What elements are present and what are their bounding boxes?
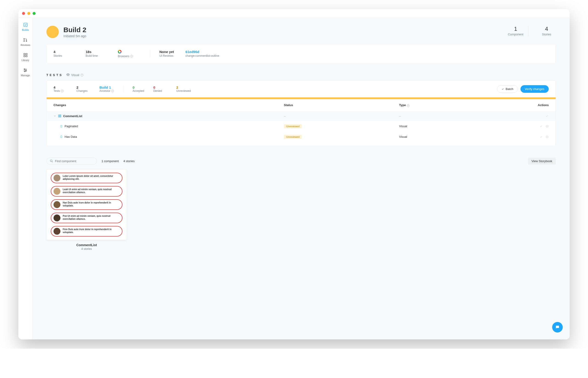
summary-card: 4 Stories 18s Build time Browsers ? None… bbox=[46, 44, 556, 64]
svg-point-25 bbox=[50, 160, 52, 162]
check-icon bbox=[501, 88, 504, 91]
accepted-label: Accepted bbox=[133, 89, 144, 93]
svg-rect-5 bbox=[26, 54, 27, 55]
browsers-label: Browsers ? bbox=[118, 55, 138, 58]
nav-label: Library bbox=[22, 59, 29, 62]
svg-point-13 bbox=[25, 71, 25, 72]
nav-reviews[interactable]: Reviews bbox=[21, 38, 30, 46]
main-content: Build 2 Initiated 5m ago 1 Component 4 S… bbox=[33, 18, 570, 339]
bookmark-icon bbox=[60, 125, 63, 128]
deny-icon[interactable] bbox=[546, 125, 549, 128]
build-status-badge bbox=[46, 26, 59, 38]
list-item: Finn Duis aute irure dolor in reprehende… bbox=[51, 226, 123, 237]
chevron-down-icon[interactable] bbox=[54, 115, 56, 117]
check-icon[interactable] bbox=[546, 114, 549, 118]
help-icon[interactable]: ? bbox=[130, 55, 133, 58]
chrome-icon bbox=[118, 50, 122, 54]
check-square-icon bbox=[23, 23, 28, 27]
col-changes: Changes bbox=[54, 103, 284, 107]
nav-library[interactable]: Library bbox=[22, 53, 29, 62]
app-window: Builds Reviews Library Manage bbox=[18, 9, 570, 339]
actions-cell bbox=[514, 114, 549, 118]
tests-heading: TESTS Visual ? bbox=[46, 73, 556, 77]
denied-label: Denied bbox=[153, 89, 167, 93]
avatar bbox=[54, 215, 60, 221]
component-name: CommentList bbox=[63, 114, 82, 118]
list-item: Leah Ut enim ad minim veniam, quis nostr… bbox=[51, 186, 123, 197]
help-icon[interactable]: ? bbox=[111, 90, 114, 92]
search-icon bbox=[50, 159, 53, 162]
svg-rect-7 bbox=[26, 55, 27, 57]
visual-filter[interactable]: Visual ? bbox=[66, 73, 83, 77]
help-icon[interactable]: ? bbox=[61, 90, 64, 92]
stat-label: Component bbox=[508, 33, 523, 36]
ancestor-link[interactable]: Build 1 bbox=[99, 85, 114, 89]
svg-point-3 bbox=[26, 41, 27, 41]
avatar bbox=[54, 201, 60, 208]
buildtime-label: Build time bbox=[86, 54, 106, 57]
titlebar bbox=[18, 9, 570, 18]
minimize-button[interactable] bbox=[27, 12, 30, 15]
list-item: Han Duis aute irure dolor in reprehender… bbox=[51, 199, 123, 210]
chat-button[interactable] bbox=[552, 322, 563, 333]
component-row[interactable]: CommentList -- -- bbox=[47, 111, 556, 121]
story-name: Has Data bbox=[65, 135, 77, 138]
accept-icon[interactable] bbox=[540, 135, 543, 138]
stories-count-stat: 4 Stories bbox=[537, 26, 556, 36]
status-pill: Unreviewed bbox=[284, 135, 302, 139]
nav-builds[interactable]: Builds bbox=[22, 23, 29, 31]
accepted-count: 0 bbox=[133, 85, 144, 89]
close-button[interactable] bbox=[22, 12, 25, 15]
verify-changes-button[interactable]: Verify changes bbox=[520, 85, 549, 93]
story-name: Paginated bbox=[65, 124, 78, 128]
story-row[interactable]: Has Data Unreviewed Visual bbox=[47, 132, 556, 142]
type-cell: Visual bbox=[399, 124, 515, 128]
stat-value: 4 bbox=[542, 26, 551, 32]
list-item: Poe Ut enim ad minim veniam, quis nostru… bbox=[51, 213, 123, 223]
preview-name: CommentList bbox=[46, 243, 127, 247]
commit-hash[interactable]: 61ed96d bbox=[185, 50, 219, 54]
type-cell: -- bbox=[399, 114, 515, 118]
uireviews-value: None yet bbox=[159, 50, 174, 54]
help-icon[interactable]: ? bbox=[81, 74, 83, 77]
status-pill: Unreviewed bbox=[284, 124, 302, 128]
tests-label: Tests ? bbox=[54, 89, 67, 93]
sliders-icon bbox=[23, 68, 27, 73]
progress-strip bbox=[47, 97, 556, 99]
page-subtitle: Initiated 5m ago bbox=[63, 34, 86, 38]
grid-icon bbox=[23, 53, 28, 58]
tests-heading-text: TESTS bbox=[46, 73, 63, 77]
svg-point-2 bbox=[24, 41, 25, 41]
svg-rect-4 bbox=[24, 54, 25, 55]
svg-rect-6 bbox=[24, 55, 25, 57]
nav-label: Reviews bbox=[21, 44, 30, 46]
avatar bbox=[54, 188, 60, 195]
search-box[interactable] bbox=[46, 158, 97, 165]
deny-icon[interactable] bbox=[546, 135, 549, 138]
component-preview[interactable]: Luke Lorem ipsum dolor sit amet, consect… bbox=[46, 169, 127, 251]
browsers-value bbox=[118, 50, 138, 54]
help-icon[interactable]: ? bbox=[407, 104, 410, 107]
search-input[interactable] bbox=[55, 159, 94, 163]
story-row[interactable]: Paginated Unreviewed Visual bbox=[47, 121, 556, 132]
sidebar: Builds Reviews Library Manage bbox=[18, 18, 33, 339]
svg-point-1 bbox=[24, 38, 25, 39]
changes-label: Changes bbox=[77, 89, 90, 93]
svg-rect-15 bbox=[59, 115, 59, 116]
svg-rect-0 bbox=[24, 23, 27, 27]
list-item: Luke Lorem ipsum dolor sit amet, consect… bbox=[51, 173, 123, 183]
status-cell: -- bbox=[284, 114, 399, 118]
bookmark-icon bbox=[60, 135, 63, 138]
pull-request-icon bbox=[23, 38, 27, 43]
buildtime-value: 18s bbox=[86, 50, 106, 54]
unreviewed-count: 2 bbox=[176, 85, 191, 89]
batch-button[interactable]: Batch bbox=[497, 85, 518, 93]
svg-line-26 bbox=[52, 162, 53, 162]
view-storybook-button[interactable]: View Storybook bbox=[528, 158, 556, 165]
svg-point-12 bbox=[26, 70, 27, 70]
maximize-button[interactable] bbox=[33, 12, 36, 15]
tests-count: 4 bbox=[54, 85, 67, 89]
accept-icon[interactable] bbox=[540, 125, 543, 128]
nav-manage[interactable]: Manage bbox=[21, 68, 30, 77]
eye-icon bbox=[66, 73, 70, 77]
